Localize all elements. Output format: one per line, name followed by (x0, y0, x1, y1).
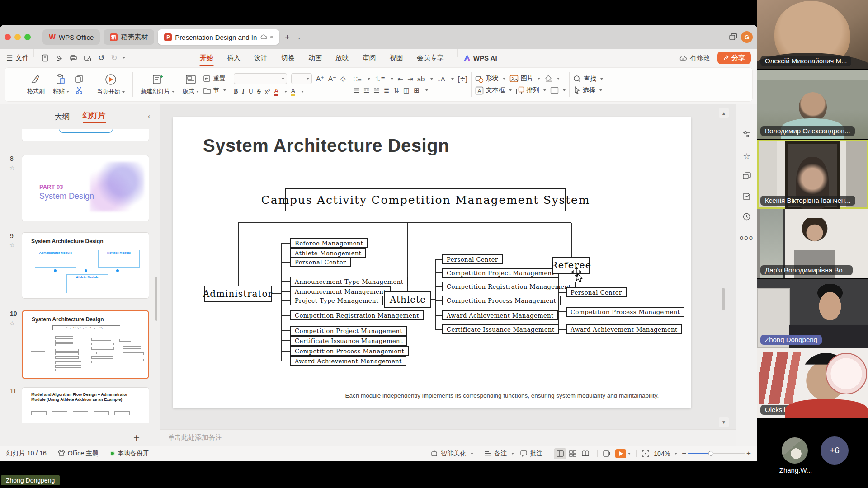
more-options-icon[interactable]: ooo (736, 234, 757, 241)
print-icon[interactable] (70, 54, 77, 62)
align-left-icon[interactable]: ☰ (353, 86, 359, 94)
star-icon[interactable]: ☆ (9, 242, 15, 249)
close-window-button[interactable] (5, 34, 11, 40)
file-menu[interactable]: 文件 (15, 54, 29, 62)
slides-tab[interactable]: 幻灯片 (83, 110, 106, 123)
scroll-down-button[interactable]: ▼ (719, 417, 729, 427)
section-button[interactable]: 节 (203, 86, 226, 94)
superscript-button[interactable]: x² (265, 88, 270, 95)
numbered-list-icon[interactable]: ⒈≡ (374, 75, 385, 83)
org-node[interactable]: Certificate Issuance Management (442, 324, 559, 334)
slideshow-play-button[interactable] (615, 449, 626, 458)
participant-tile-4[interactable]: Дар'я Володимирівна Во... (757, 209, 868, 279)
org-node[interactable]: Personal Center (442, 254, 503, 264)
wps-ai-button[interactable]: WPS AI (473, 54, 497, 62)
highlight-button[interactable]: A (291, 87, 295, 96)
font-color-button[interactable]: A (274, 87, 278, 96)
theme-button[interactable]: Office 主题 (58, 450, 99, 458)
ribbon-tab-7[interactable]: 视图 (383, 51, 410, 65)
reset-slide-button[interactable]: 重置 (203, 75, 226, 83)
org-node[interactable]: Award Achievement Management (566, 324, 682, 334)
paste-button[interactable]: 粘贴 (49, 70, 73, 99)
org-node[interactable]: Award Achievement Management (290, 356, 406, 366)
slide-thumbnail-7-partial[interactable] (22, 129, 149, 141)
panel-scrollbar[interactable] (155, 277, 157, 321)
slide-layout-button[interactable]: 版式 (179, 70, 203, 99)
font-family-select[interactable] (234, 73, 287, 84)
slide-thumbnail-8[interactable]: PART 03 System Design (22, 155, 149, 221)
fill-color-button[interactable] (544, 75, 560, 83)
text-direction-icon[interactable]: ab (417, 75, 425, 83)
line-spacing-icon[interactable]: ↓A (437, 75, 445, 83)
history-clock-icon[interactable] (736, 213, 757, 221)
star-icon[interactable]: ☆ (9, 320, 15, 327)
org-node[interactable]: Certificate Issuance Management (290, 336, 407, 346)
org-node[interactable]: Athlete Management (290, 248, 366, 258)
org-node[interactable]: Competition Process Management (290, 346, 409, 356)
justify-icon[interactable]: ≣ (384, 86, 390, 94)
org-node[interactable]: Competition Registration Management (442, 282, 576, 291)
org-node[interactable]: Award Achievement Management (442, 310, 558, 320)
new-tab-button[interactable]: + (283, 33, 292, 41)
find-button[interactable]: 查找 (573, 75, 603, 83)
org-node[interactable]: Personal Center (566, 287, 627, 297)
chart-notes-icon[interactable] (736, 192, 757, 200)
distribute-icon[interactable]: ⇅ (393, 86, 399, 94)
italic-button[interactable]: I (242, 88, 244, 95)
bold-button[interactable]: B (234, 88, 238, 95)
font-size-select[interactable] (291, 73, 312, 84)
org-node[interactable]: Campus Activity Competition Management S… (285, 188, 566, 211)
org-node[interactable]: Competition Process Management (442, 296, 561, 305)
org-node[interactable]: Referee Management (290, 238, 368, 248)
ribbon-tab-0[interactable]: 开始 (193, 51, 220, 65)
scroll-up-button[interactable]: ▲ (719, 108, 729, 118)
participant-tile-3[interactable]: Ксенія Вікторівна Іванчен... (757, 140, 868, 209)
slide-thumbnail-11[interactable]: Model and Algorithm Flow Design – Admini… (22, 387, 149, 423)
redo-icon[interactable]: ↻ (111, 53, 118, 63)
slide-sorter-view-button[interactable] (566, 448, 579, 459)
zoom-in-button[interactable]: + (746, 449, 751, 458)
normal-view-button[interactable] (554, 448, 566, 459)
decrease-font-icon[interactable]: A⁻ (328, 75, 336, 83)
ribbon-tab-1[interactable]: 插入 (220, 51, 247, 65)
canvas-scrollbar[interactable] (722, 288, 725, 310)
strikethrough-button[interactable]: S (257, 88, 261, 95)
properties-icon[interactable] (736, 131, 757, 138)
play-options-chevron[interactable] (628, 453, 631, 455)
align-objects-icon[interactable]: ⊞ (414, 86, 420, 94)
add-slide-button[interactable]: + (133, 432, 140, 444)
print-preview-icon[interactable] (84, 54, 92, 62)
fit-slide-button[interactable] (642, 450, 649, 457)
zoom-window-button[interactable] (24, 34, 31, 40)
tab-docer[interactable]: 稻 稻壳素材 (104, 29, 154, 45)
participant-tile-overflow[interactable]: Zhang.W...+6 (757, 418, 868, 488)
arrange-button[interactable]: 排列 (516, 86, 546, 95)
slide-background-button[interactable] (550, 87, 566, 94)
participant-tile-6[interactable]: Oleksii Vodka / Олексій О... (757, 348, 868, 418)
local-backup-status[interactable]: 本地备份开 (110, 450, 149, 458)
smart-beautify-button[interactable]: 智能美化 (430, 450, 473, 458)
copy-icon[interactable] (75, 75, 83, 83)
org-node[interactable]: Announcement Management (290, 286, 391, 296)
chevron-down-icon[interactable] (123, 57, 125, 59)
increase-font-icon[interactable]: A⁺ (316, 75, 324, 83)
editing-canvas[interactable]: System Architecture Design Campus Activi… (160, 104, 736, 429)
share-button[interactable]: 分享 (717, 52, 751, 64)
star-icon[interactable]: ☆ (9, 164, 15, 171)
cut-icon[interactable] (75, 86, 83, 94)
slide-thumbnail-10-selected[interactable]: System Architecture Design Campus Activi… (22, 310, 149, 379)
comments-button[interactable]: 批注 (520, 450, 542, 458)
outline-tab[interactable]: 大纲 (55, 112, 70, 122)
org-node[interactable]: Competition Process Management (566, 307, 684, 317)
play-from-current-button[interactable]: 当页开始 (93, 70, 129, 99)
ribbon-tab-4[interactable]: 动画 (302, 51, 329, 65)
align-text-icon[interactable]: [≑] (458, 75, 467, 83)
tab-list-button[interactable]: ⌄ (295, 34, 303, 40)
org-node[interactable]: Project Type Management (290, 296, 383, 305)
clear-format-icon[interactable]: ◇ (340, 75, 346, 83)
notes-toggle-button[interactable]: 备注 (485, 450, 514, 458)
collapse-panel-icon[interactable]: ‹ (148, 113, 150, 121)
org-node[interactable]: Competition Project Management (442, 268, 559, 278)
side-by-side-icon[interactable] (729, 33, 737, 41)
select-button[interactable]: 选择 (573, 86, 602, 94)
